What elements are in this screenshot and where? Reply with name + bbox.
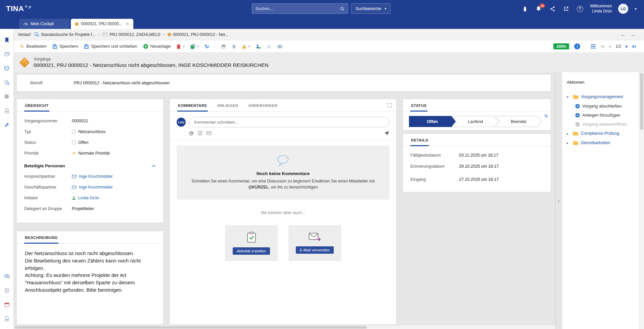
fullscreen-icon[interactable] [387,103,392,108]
new-record-button[interactable]: Neuanlage [143,44,171,49]
lock-button[interactable]: ▾ [242,44,250,49]
tab-beschreibung[interactable]: BESCHREIBUNG [24,231,58,244]
logo-registered-mark: ® [25,5,27,8]
open-new-window-icon[interactable] [562,5,570,12]
action-label: Vorgang abschließen [582,104,622,109]
create-activity-tile[interactable]: Aktivität erstellen [225,225,278,261]
vertical-scrollbar[interactable] [639,72,644,329]
subject-card: Betreff PRJ 0000012 - Netzanschluss nich… [16,74,551,91]
empty-text-before: Schreiben Sie einen Kommentar, um eine D… [192,179,375,183]
next-page-icon[interactable] [625,45,629,48]
copy-button[interactable]: ▾ [190,44,199,49]
main-area: Verlauf: Standardsuche für Projekte f...… [14,29,644,329]
search-document-icon[interactable] [0,75,14,89]
create-activity-button[interactable]: Aktivität erstellen [233,247,270,255]
send-icon[interactable] [384,131,389,136]
detail-row: Eingang 27.10.2025 um 16:17 [403,174,551,185]
save-close-button[interactable]: Speichern und schließen [84,44,137,49]
collapse-section-icon[interactable] [152,165,156,167]
previous-page-icon[interactable] [608,45,612,48]
refresh-button[interactable]: ↻ [204,43,209,50]
menu-icon[interactable] [591,44,596,48]
horizontal-scrollbar[interactable] [14,325,555,329]
chevron-right-icon: ▸ [567,141,570,145]
last-page-icon[interactable] [632,45,636,48]
send-email-button[interactable]: E-Mail versenden [296,246,334,254]
tools-wrench-icon[interactable] [0,118,14,132]
panel-collapse-handle[interactable]: › [558,198,560,204]
tab-uebersicht[interactable]: ÜBERSICHT [24,99,49,112]
share-icon[interactable] [549,5,556,12]
first-page-icon[interactable] [601,45,604,48]
edit-status-icon[interactable]: ✎ [544,113,548,119]
edit-button[interactable]: ✎ Bearbeiten [20,43,47,50]
print-button[interactable] [221,44,226,49]
flask-icon[interactable] [521,5,528,12]
tab-details[interactable]: DETAILS [410,134,429,146]
email-icon[interactable] [206,131,211,135]
breadcrumb-item-search[interactable]: Standardsuche für Projekte f... [35,32,95,37]
history-icon[interactable] [0,61,14,75]
breadcrumb-item-project[interactable]: PRJ 0000012, ZAEHLMELD [103,32,160,37]
action-anliegen-hinzufuegen[interactable]: Anliegen hinzufügen [567,111,634,120]
tab-status[interactable]: STATUS [410,99,427,112]
field-row: Status Offen [17,137,163,148]
history-forward-icon[interactable]: → [630,32,635,37]
delete-button[interactable]: ▾ [176,44,185,49]
user-name: Linda Grün [590,9,612,14]
watch-button[interactable] [277,45,283,48]
user-menu-chevron-icon[interactable]: ▾ [635,7,637,11]
breadcrumb-item-record[interactable]: 0000021, PRJ 0000012 - Net... [168,32,228,37]
save-button[interactable]: Speichern [52,44,78,49]
favorite-button[interactable]: ☆ [266,43,271,50]
history-back-icon[interactable]: ← [620,32,626,37]
search-input[interactable] [256,6,340,11]
send-email-tile[interactable]: E-Mail versenden [288,225,341,261]
horizontal-scrollbar-thumb[interactable] [14,326,367,329]
tab-aenderungen[interactable]: ÄNDERUNGEN [247,99,278,112]
contact-link[interactable]: Inge Koschmidder [79,185,113,190]
watch-eye-star-icon[interactable] [0,269,14,283]
permissions-button[interactable] [256,44,261,49]
mention-icon[interactable]: @ [189,130,194,136]
help-icon[interactable]: ? [576,5,584,12]
notifications-bell-icon[interactable]: 15 [535,5,542,12]
breadcrumb: Verlauf: Standardsuche für Projekte f...… [14,29,644,40]
action-group-dienstbarkeiten[interactable]: ▸ Dienstbarkeiten [567,138,634,148]
contact-link[interactable]: Linda Grün [78,196,99,200]
cockpit-gauge-icon [24,23,28,26]
report-document-icon[interactable] [0,104,14,118]
contact-link[interactable]: Inge Koschmidder [79,174,113,179]
search-icon[interactable] [340,6,344,11]
notes-icon[interactable] [0,283,14,297]
calendar-icon[interactable] [0,297,14,312]
status-step-laufend[interactable]: Laufend [452,116,499,127]
action-vorgang-abschliessen[interactable]: Vorgang abschließen [567,101,634,111]
field-row: Priorität Normale Priorität [17,148,163,159]
search-scope-button[interactable]: Suchbereiche ▾ [351,3,390,14]
windows-icon[interactable] [0,47,14,61]
attachment-button[interactable] [232,44,236,49]
status-step-beendet[interactable]: Beendet [495,116,542,127]
task-icon[interactable] [198,131,202,135]
action-group-compliance-pruefung[interactable]: ▸ Compliance-Prüfung [567,129,634,138]
vertical-scrollbar-thumb[interactable] [640,73,643,130]
global-search-area: Suchbereiche ▾ [252,3,390,14]
comment-input[interactable] [189,117,389,127]
export-document-icon[interactable] [0,312,14,326]
action-group-vorgangsmanagement[interactable]: ▾ Vorgangsmanagement [567,92,634,101]
tab-label: 0000021, PRJ 00000... [81,22,122,26]
also-text: Sie können aber auch... [170,210,396,215]
close-icon[interactable]: × [126,21,129,27]
tab-kommentare[interactable]: KOMMENTARE [177,99,208,112]
page-title: 0000021, PRJ 0000012 - Netzanschluss nic… [34,62,269,68]
tab-record[interactable]: 0000021, PRJ 00000... × [71,19,133,29]
search-box[interactable] [252,3,348,14]
avatar[interactable]: LG [618,4,628,14]
tab-mein-cockpit[interactable]: Mein Cockpit [19,19,70,29]
info-icon[interactable]: i [574,43,580,49]
tab-anliegen[interactable]: ANLIEGEN [217,99,239,112]
settings-gear-icon[interactable] [0,89,14,104]
status-step-offen[interactable]: Offen [409,116,456,127]
bookmark-icon[interactable] [0,33,14,47]
